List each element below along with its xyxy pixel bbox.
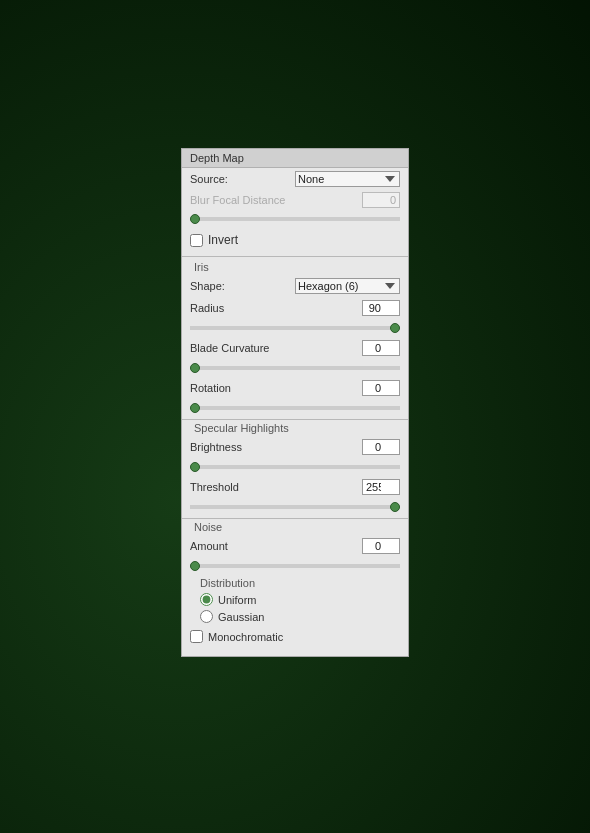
threshold-row: Threshold <box>182 476 408 498</box>
distribution-label: Distribution <box>182 575 408 591</box>
specular-header: Specular Highlights <box>182 420 408 436</box>
invert-row: Invert <box>182 228 408 252</box>
rotation-input[interactable] <box>362 380 400 396</box>
source-label: Source: <box>190 173 228 185</box>
gaussian-radio[interactable] <box>200 610 213 623</box>
shape-right: Triangle (3) Square (4) Pentagon (5) Hex… <box>295 278 400 294</box>
blade-curvature-input[interactable] <box>362 340 400 356</box>
rotation-label: Rotation <box>190 382 231 394</box>
rotation-row: Rotation <box>182 377 408 399</box>
brightness-row: Brightness <box>182 436 408 458</box>
rotation-slider-row <box>182 399 408 417</box>
rotation-slider[interactable] <box>190 406 400 410</box>
amount-slider[interactable] <box>190 564 400 568</box>
blade-curvature-slider-row <box>182 359 408 377</box>
monochromatic-row: Monochromatic <box>182 625 408 648</box>
threshold-slider-row <box>182 498 408 516</box>
shape-row: Shape: Triangle (3) Square (4) Pentagon … <box>182 275 408 297</box>
invert-checkbox[interactable] <box>190 234 203 247</box>
noise-section: Noise Amount Distribution Uniform Gaussi… <box>182 518 408 625</box>
radius-label: Radius <box>190 302 224 314</box>
main-panel: Depth Map Source: None Layer Mask Transp… <box>181 148 409 657</box>
brightness-slider[interactable] <box>190 465 400 469</box>
brightness-slider-row <box>182 458 408 476</box>
blade-curvature-label: Blade Curvature <box>190 342 270 354</box>
threshold-slider[interactable] <box>190 505 400 509</box>
gaussian-row: Gaussian <box>182 608 408 625</box>
amount-input[interactable] <box>362 538 400 554</box>
invert-label: Invert <box>208 233 238 247</box>
source-right: None Layer Mask Transparency <box>295 171 400 187</box>
radius-slider-row <box>182 319 408 337</box>
threshold-label: Threshold <box>190 481 239 493</box>
amount-row: Amount <box>182 535 408 557</box>
radius-row: Radius <box>182 297 408 319</box>
monochromatic-checkbox[interactable] <box>190 630 203 643</box>
radius-slider[interactable] <box>190 326 400 330</box>
brightness-input[interactable] <box>362 439 400 455</box>
iris-header: Iris <box>182 259 408 275</box>
amount-slider-row <box>182 557 408 575</box>
uniform-label: Uniform <box>218 594 257 606</box>
brightness-label: Brightness <box>190 441 242 453</box>
uniform-row: Uniform <box>182 591 408 608</box>
uniform-radio[interactable] <box>200 593 213 606</box>
blur-focal-slider-row <box>182 210 408 228</box>
radius-input[interactable] <box>362 300 400 316</box>
panel-wrapper: Depth Map Source: None Layer Mask Transp… <box>181 148 409 657</box>
blade-curvature-slider[interactable] <box>190 366 400 370</box>
blur-focal-input[interactable] <box>362 192 400 208</box>
shape-select[interactable]: Triangle (3) Square (4) Pentagon (5) Hex… <box>295 278 400 294</box>
source-select[interactable]: None Layer Mask Transparency <box>295 171 400 187</box>
shape-label: Shape: <box>190 280 225 292</box>
source-row: Source: None Layer Mask Transparency <box>182 168 408 190</box>
iris-divider <box>182 256 408 257</box>
blade-curvature-row: Blade Curvature <box>182 337 408 359</box>
depth-map-header: Depth Map <box>182 149 408 168</box>
threshold-input[interactable] <box>362 479 400 495</box>
amount-label: Amount <box>190 540 228 552</box>
blur-focal-label: Blur Focal Distance <box>190 194 285 206</box>
gaussian-label: Gaussian <box>218 611 264 623</box>
blur-focal-row: Blur Focal Distance <box>182 190 408 210</box>
noise-header: Noise <box>182 519 408 535</box>
depth-map-title: Depth Map <box>190 152 244 164</box>
specular-section: Specular Highlights Brightness Threshold <box>182 419 408 516</box>
monochromatic-label: Monochromatic <box>208 631 283 643</box>
blur-focal-slider[interactable] <box>190 217 400 221</box>
